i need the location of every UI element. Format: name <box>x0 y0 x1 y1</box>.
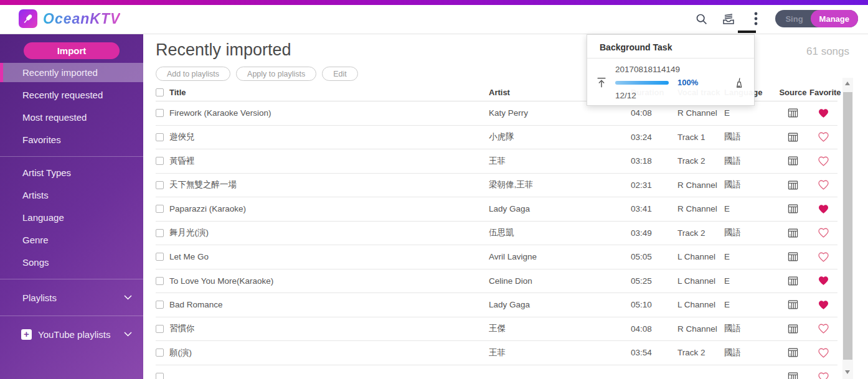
favorite-heart-icon[interactable] <box>809 299 837 311</box>
background-task-icon[interactable] <box>720 11 737 27</box>
playlists-label: Playlists <box>22 292 124 303</box>
edit-button[interactable]: Edit <box>322 67 358 81</box>
favorite-heart-icon[interactable] <box>809 108 837 119</box>
row-artist: 伍思凱 <box>489 227 631 238</box>
source-icon <box>776 131 809 143</box>
sidebar-item-playlists[interactable]: Playlists <box>0 284 143 311</box>
row-checkbox[interactable] <box>156 325 164 333</box>
row-title: To Love You More(Karaoke) <box>169 276 273 286</box>
row-title: Let Me Go <box>169 252 209 261</box>
favorite-heart-icon[interactable] <box>809 347 837 358</box>
manage-mode-button[interactable]: Manage <box>811 10 858 27</box>
favorite-heart-icon[interactable] <box>809 131 837 143</box>
add-to-playlists-button[interactable]: Add to playlists <box>156 67 230 81</box>
table-row[interactable] <box>156 365 837 379</box>
row-vocal-track: L Channel <box>677 252 724 261</box>
table-body: Firework (Karaoke Version) Katy Perry 04… <box>156 101 837 379</box>
scrollbar-down-arrow[interactable] <box>845 370 850 374</box>
sidebar-item-genre[interactable]: Genre <box>0 229 143 251</box>
scrollbar-up-arrow[interactable] <box>845 82 850 85</box>
favorite-heart-icon[interactable] <box>809 156 837 167</box>
favorite-heart-icon[interactable] <box>809 372 837 379</box>
sidebar-divider <box>0 156 143 157</box>
row-artist: 小虎隊 <box>489 131 631 143</box>
row-vocal-track: R Channel <box>677 204 724 213</box>
sidebar-item-most-requested[interactable]: Most requested <box>0 106 143 129</box>
sidebar-item-favorites[interactable]: Favorites <box>0 129 143 151</box>
table-row[interactable]: Let Me Go Avril Lavigne 05:05 L Channel … <box>156 245 837 269</box>
vertical-scrollbar[interactable] <box>842 78 853 379</box>
row-checkbox[interactable] <box>156 301 164 309</box>
row-checkbox[interactable] <box>156 157 164 165</box>
row-vocal-track: L Channel <box>677 300 724 309</box>
background-task-popup: Background Task 20170818114149 100% 12/1… <box>587 34 755 106</box>
source-icon <box>776 203 809 215</box>
table-row[interactable]: Paparazzi (Karaoke) Lady Gaga 03:41 R Ch… <box>156 197 837 222</box>
sidebar: Import Recently imported Recently reques… <box>0 34 143 379</box>
youtube-playlists-label: YouTube playlists <box>38 329 118 340</box>
page-title: Recently imported <box>156 40 291 60</box>
table-row[interactable]: 舞月光(演) 伍思凱 03:49 Track 2 國語 <box>156 222 837 246</box>
table-row[interactable]: 習慣你 王傑 04:08 R Channel 國語 <box>156 317 837 342</box>
microphone-icon <box>22 13 34 24</box>
favorite-heart-icon[interactable] <box>809 179 837 190</box>
row-checkbox[interactable] <box>156 205 164 213</box>
table-row[interactable]: 黃昏裡 王菲 03:18 Track 2 國語 <box>156 149 837 174</box>
search-icon[interactable] <box>693 11 709 27</box>
sidebar-item-language[interactable]: Language <box>0 207 143 229</box>
song-count: 61 songs <box>806 45 849 58</box>
row-language: 國語 <box>724 179 776 190</box>
favorite-heart-icon[interactable] <box>809 323 837 334</box>
sidebar-item-artist-types[interactable]: Artist Types <box>0 162 143 184</box>
row-duration: 04:08 <box>631 324 677 334</box>
row-title: 天下無雙之醉一場 <box>169 179 237 190</box>
row-checkbox[interactable] <box>156 181 164 189</box>
favorite-heart-icon[interactable] <box>809 251 837 263</box>
scrollbar-thumb[interactable] <box>843 92 852 360</box>
task-progress-bar <box>615 81 669 85</box>
favorite-heart-icon[interactable] <box>809 227 837 238</box>
clear-tasks-broom-icon[interactable] <box>733 76 745 90</box>
favorite-heart-icon[interactable] <box>809 204 837 215</box>
row-vocal-track: L Channel <box>677 276 724 286</box>
table-row[interactable]: 遊俠兒 小虎隊 03:24 Track 1 國語 <box>156 126 837 150</box>
oceanktv-window: OceanKTV Sing Manage <box>0 0 868 379</box>
source-icon <box>776 155 809 167</box>
row-checkbox[interactable] <box>156 229 164 237</box>
sidebar-item-songs[interactable]: Songs <box>0 251 143 274</box>
sidebar-item-recently-imported[interactable]: Recently imported <box>0 63 143 82</box>
sidebar-item-youtube-playlists[interactable]: + YouTube playlists <box>0 321 143 347</box>
table-row[interactable]: To Love You More(Karaoke) Celine Dion 05… <box>156 269 837 294</box>
select-all-checkbox[interactable] <box>156 88 164 96</box>
sing-mode-button[interactable]: Sing <box>785 14 810 24</box>
row-artist: Avril Lavigne <box>489 252 631 261</box>
row-language: 國語 <box>724 131 776 143</box>
row-vocal-track: Track 1 <box>677 133 724 142</box>
app-logo-icon <box>19 9 37 28</box>
task-percent: 100% <box>677 78 698 87</box>
sidebar-item-artists[interactable]: Artists <box>0 184 143 207</box>
sidebar-item-recently-requested[interactable]: Recently requested <box>0 84 143 106</box>
row-title: 舞月光(演) <box>169 227 209 238</box>
row-artist: 王菲 <box>489 347 631 358</box>
chevron-down-icon <box>124 332 132 337</box>
source-icon <box>776 179 809 191</box>
row-language: 國語 <box>724 227 776 238</box>
favorite-heart-icon[interactable] <box>809 275 837 286</box>
row-checkbox[interactable] <box>156 253 164 261</box>
app-header: OceanKTV Sing Manage <box>0 5 868 34</box>
row-checkbox[interactable] <box>156 349 164 357</box>
import-button[interactable]: Import <box>24 42 120 59</box>
row-checkbox[interactable] <box>156 373 164 379</box>
table-row[interactable]: 願(演) 王菲 03:54 Track 2 國語 <box>156 341 837 365</box>
table-row[interactable]: Bad Romance Lady Gaga 05:10 L Channel E <box>156 293 837 317</box>
row-language: E <box>724 252 776 261</box>
row-checkbox[interactable] <box>156 277 164 285</box>
table-row[interactable]: 天下無雙之醉一場 梁朝偉,王菲 02:31 R Channel 國語 <box>156 174 837 198</box>
apply-to-playlists-button[interactable]: Apply to playlists <box>236 67 316 81</box>
row-title: 黃昏裡 <box>169 156 195 167</box>
row-vocal-track: Track 2 <box>677 228 724 238</box>
row-checkbox[interactable] <box>156 109 164 117</box>
row-checkbox[interactable] <box>156 133 164 141</box>
more-vertical-icon[interactable] <box>748 11 764 27</box>
